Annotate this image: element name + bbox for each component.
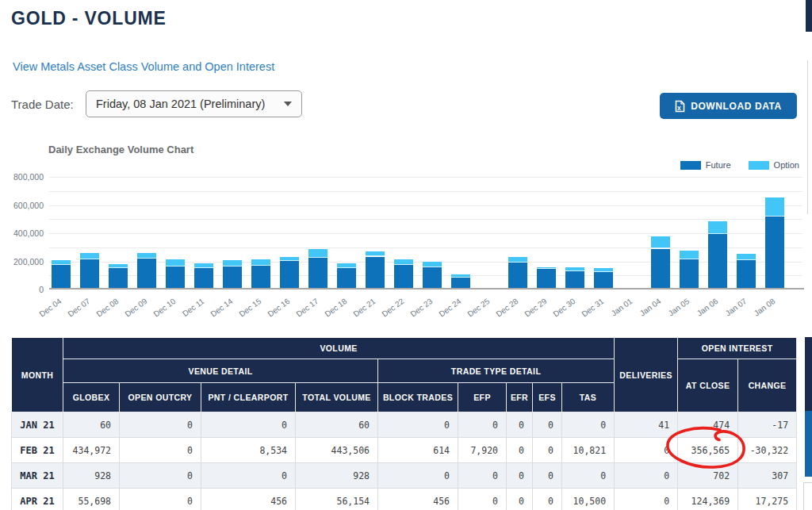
col-header-open-outcry: OPEN OUTCRY [120, 383, 201, 412]
value-cell: 0 [458, 489, 507, 510]
value-cell: 0 [458, 412, 507, 438]
value-cell: 0 [201, 463, 296, 489]
col-header-month: MONTH [12, 338, 63, 412]
value-cell: 614 [378, 438, 458, 463]
value-cell: 0 [120, 489, 201, 510]
value-cell: 0 [533, 463, 562, 489]
table-row-mar-21: MAR 2192800928000000702307 [12, 463, 797, 489]
legend-item-option: Option [749, 160, 799, 170]
bar-future-Jan-05 [680, 259, 699, 290]
gridline [49, 219, 802, 220]
download-data-label: DOWNLOAD DATA [691, 101, 782, 112]
value-cell: -30,322 [738, 438, 797, 463]
col-header-globex: GLOBEX [63, 383, 120, 412]
trade-date-select[interactable]: Friday, 08 Jan 2021 (Preliminary) [86, 90, 302, 117]
value-cell: 0 [615, 463, 678, 489]
value-cell: 56,154 [296, 489, 378, 510]
bar-future-Dec-31 [594, 272, 613, 290]
bar-future-Dec-14 [223, 267, 242, 290]
trade-date-value: Friday, 08 Jan 2021 (Preliminary) [96, 98, 265, 110]
adjacent-table-header-sliver [805, 337, 812, 411]
bar-future-Dec-28 [508, 263, 527, 290]
bar-future-Dec-17 [308, 258, 327, 290]
col-header-tas: TAS [562, 383, 615, 412]
value-cell: -17 [738, 412, 797, 438]
legend-label: Future [706, 160, 731, 170]
gridline [49, 247, 802, 248]
bar-option-Dec-30 [565, 267, 584, 271]
bar-option-Dec-23 [423, 262, 442, 267]
value-cell: 434,972 [63, 438, 120, 463]
download-data-button[interactable]: x DOWNLOAD DATA [660, 93, 797, 119]
value-cell: 456 [378, 489, 458, 510]
col-header-open-interest: OPEN INTEREST [678, 338, 797, 359]
bar-option-Dec-24 [451, 274, 470, 278]
bar-future-Jan-07 [737, 260, 756, 290]
bar-future-Jan-06 [708, 234, 727, 290]
bar-option-Jan-05 [680, 251, 699, 259]
bar-future-Dec-11 [194, 268, 213, 290]
y-axis-tick-label: 800,000 [6, 172, 44, 182]
bar-option-Dec-29 [537, 267, 556, 269]
col-header-efp: EFP [458, 383, 507, 412]
value-cell: 456 [201, 489, 296, 510]
chart-title: Daily Exchange Volume Chart [48, 144, 193, 155]
month-cell: APR 21 [12, 489, 63, 510]
value-cell: 41 [615, 412, 678, 438]
bar-option-Jan-08 [765, 197, 784, 217]
bar-future-Dec-23 [423, 267, 442, 290]
bar-future-Jan-04 [651, 249, 670, 290]
gridline [49, 205, 802, 206]
gold-volume-page: GOLD - VOLUME View Metals Asset Class Vo… [0, 0, 812, 510]
table-row-feb-21: FEB 21434,97208,534443,5066147,9200010,8… [12, 438, 797, 463]
value-cell: 0 [120, 463, 201, 489]
value-cell: 702 [678, 463, 738, 489]
bar-option-Dec-07 [80, 253, 99, 259]
legend-item-future: Future [680, 160, 731, 170]
value-cell: 928 [296, 463, 378, 489]
bar-option-Dec-11 [194, 263, 213, 268]
bar-future-Dec-08 [109, 268, 128, 290]
col-header-change: CHANGE [738, 359, 797, 412]
bar-option-Dec-18 [337, 263, 356, 268]
value-cell: 0 [507, 412, 533, 438]
table-row-jan-21: JAN 216000600000041474-17 [12, 412, 797, 438]
bar-future-Dec-22 [394, 265, 413, 290]
value-cell: 0 [615, 438, 678, 463]
value-cell: 10,500 [562, 489, 615, 510]
col-header-venue-detail: VENUE DETAIL [63, 359, 378, 383]
value-cell: 55,698 [63, 489, 120, 510]
gridline [49, 191, 802, 192]
value-cell: 0 [507, 438, 533, 463]
bar-option-Dec-15 [251, 259, 270, 266]
value-cell: 0 [615, 489, 678, 510]
bar-future-Dec-18 [337, 268, 356, 290]
value-cell: 0 [507, 489, 533, 510]
value-cell: 443,506 [296, 438, 378, 463]
metals-asset-class-link[interactable]: View Metals Asset Class Volume and Open … [13, 60, 274, 73]
bar-option-Dec-21 [366, 251, 385, 257]
bar-option-Dec-16 [280, 257, 299, 261]
volume-table: MONTH VOLUME DELIVERIES OPEN INTEREST VE… [11, 337, 797, 510]
table-row-apr-21: APR 2155,698045656,15445600010,5000124,3… [12, 489, 797, 510]
bar-option-Dec-10 [166, 259, 185, 267]
bar-future-Dec-10 [166, 267, 185, 290]
value-cell: 928 [63, 463, 120, 489]
bar-future-Dec-30 [565, 271, 584, 290]
y-axis-tick-label: 600,000 [6, 201, 44, 210]
value-cell: 0 [378, 463, 458, 489]
bar-option-Dec-17 [308, 249, 327, 258]
col-header-total-volume: TOTAL VOLUME [296, 383, 378, 412]
value-cell: 0 [458, 463, 507, 489]
y-axis-tick-label: 200,000 [6, 257, 44, 267]
value-cell: 124,369 [678, 489, 738, 510]
gridline [49, 233, 802, 234]
bar-future-Dec-07 [80, 259, 99, 290]
value-cell: 60 [63, 412, 120, 438]
chart-legend: FutureOption [680, 160, 799, 170]
col-header-deliveries: DELIVERIES [615, 338, 678, 412]
bar-option-Dec-14 [223, 260, 242, 266]
month-cell: JAN 21 [12, 412, 63, 438]
value-cell: 60 [296, 412, 378, 438]
bar-future-Dec-04 [52, 265, 71, 290]
